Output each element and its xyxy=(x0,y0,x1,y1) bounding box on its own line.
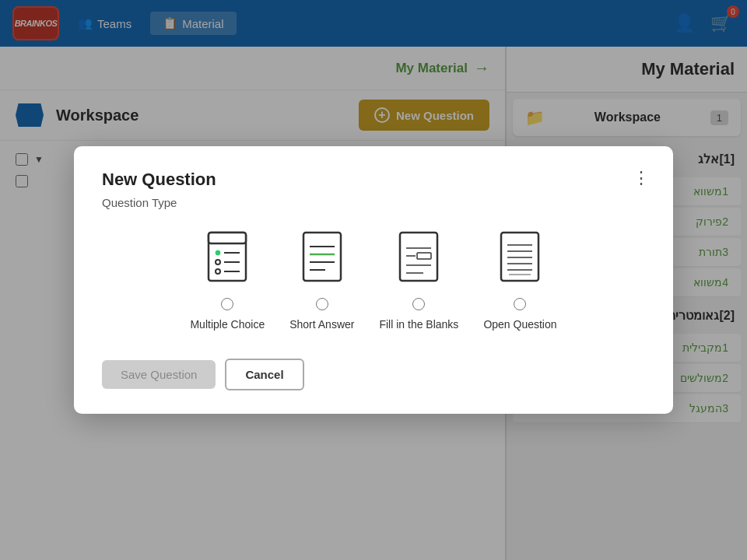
question-types-container: Multiple Choice Short Answer xyxy=(102,231,645,331)
question-type-fill-blanks[interactable]: Fill in the Blanks xyxy=(379,231,458,331)
fill-blanks-icon xyxy=(394,231,444,290)
modal-overlay: New Question Question Type ⋮ xyxy=(0,0,747,560)
short-answer-icon xyxy=(297,231,347,290)
save-question-button[interactable]: Save Question xyxy=(102,360,216,389)
modal-actions: Save Question Cancel xyxy=(102,359,645,390)
svg-rect-1 xyxy=(209,233,246,243)
modal-subtitle: Question Type xyxy=(102,196,645,209)
fill-blanks-radio[interactable] xyxy=(412,298,425,310)
question-type-open-question[interactable]: Open Question xyxy=(483,231,556,331)
multiple-choice-label: Multiple Choice xyxy=(190,318,265,331)
open-question-radio[interactable] xyxy=(514,298,526,310)
multiple-choice-icon xyxy=(202,231,252,290)
short-answer-label: Short Answer xyxy=(289,318,354,331)
svg-rect-8 xyxy=(303,233,341,281)
question-type-multiple-choice[interactable]: Multiple Choice xyxy=(190,231,265,331)
multiple-choice-radio-row xyxy=(221,298,233,310)
modal-title: New Question xyxy=(102,170,645,190)
short-answer-radio-row xyxy=(316,298,328,310)
short-answer-radio[interactable] xyxy=(316,298,328,310)
fill-blanks-radio-row xyxy=(412,298,425,310)
new-question-modal: New Question Question Type ⋮ xyxy=(74,146,673,414)
svg-point-2 xyxy=(216,250,220,255)
open-question-label: Open Question xyxy=(483,318,556,331)
open-question-radio-row xyxy=(514,298,526,310)
svg-rect-19 xyxy=(501,233,538,281)
multiple-choice-radio[interactable] xyxy=(221,298,233,310)
more-options-icon[interactable]: ⋮ xyxy=(633,168,651,188)
cancel-button[interactable]: Cancel xyxy=(225,359,303,390)
open-question-icon xyxy=(495,231,545,290)
question-type-short-answer[interactable]: Short Answer xyxy=(289,231,354,331)
fill-blanks-label: Fill in the Blanks xyxy=(379,318,458,331)
